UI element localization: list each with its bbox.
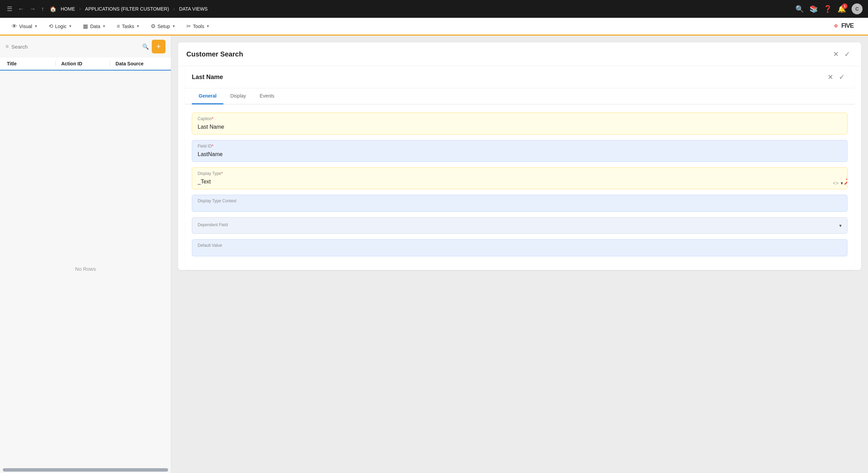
last-name-close-icon[interactable]: ✕	[825, 72, 836, 82]
sidebar-body: No Rows	[0, 71, 171, 467]
logic-arrow: ▼	[69, 24, 72, 28]
home-breadcrumb[interactable]: HOME	[61, 6, 75, 12]
field-id-label: Field ID*	[192, 140, 847, 150]
sidebar-search-bar: ≡ 🔍 +	[0, 36, 171, 57]
tabs-row: General Display Events	[185, 88, 854, 104]
user-avatar[interactable]: C	[852, 3, 863, 14]
dependent-field-label: Dependent Field	[198, 222, 828, 227]
search-icon[interactable]: 🔍	[142, 43, 149, 50]
five-logo: ⟡ FIVE	[834, 21, 861, 31]
last-name-header: Last Name ✕ ✓	[185, 66, 854, 88]
customer-search-check-icon[interactable]: ✓	[842, 49, 853, 60]
default-value-field[interactable]: Default Value	[192, 239, 847, 256]
col-data-source: Data Source	[110, 61, 164, 66]
display-type-value: _Text	[192, 177, 833, 189]
no-rows-label: No Rows	[75, 266, 96, 272]
last-name-check-icon[interactable]: ✓	[836, 72, 847, 82]
customer-search-close-icon[interactable]: ✕	[830, 49, 842, 60]
caption-label: Caption*	[192, 113, 847, 123]
filter-icon[interactable]: ≡	[5, 43, 9, 50]
top-navigation: ☰ ← → ↑ 🏠 HOME › APPLICATIONS (FILTER CU…	[0, 0, 868, 18]
back-icon[interactable]: ←	[16, 4, 25, 14]
notification-bell[interactable]: 🔔 1	[838, 5, 846, 13]
default-value-label: Default Value	[192, 240, 847, 249]
menu-logic-label: Logic	[55, 24, 66, 29]
display-type-context-label: Display Type Context	[192, 195, 847, 205]
menu-tools[interactable]: ✂ Tools ▼	[182, 21, 214, 31]
customer-search-header: Customer Search ✕ ✓	[178, 42, 861, 66]
svg-text:⟡: ⟡	[834, 22, 838, 29]
menu-data[interactable]: ▦ Data ▼	[78, 21, 110, 31]
caption-value: Last Name	[192, 123, 847, 134]
col-title: Title	[7, 61, 55, 66]
col-action-id: Action ID	[55, 61, 110, 66]
tasks-icon: ≡	[117, 23, 120, 29]
menu-bar: 👁 Visual ▼ ⟲ Logic ▼ ▦ Data ▼ ≡ Tasks ▼ …	[0, 18, 868, 36]
tab-events[interactable]: Events	[253, 88, 281, 104]
nav-right-actions: 🔍 📚 ❓ 🔔 1 C	[795, 3, 863, 14]
last-name-title: Last Name	[192, 74, 825, 81]
customer-search-title: Customer Search	[186, 50, 830, 58]
display-type-context-value	[192, 205, 847, 212]
menu-tasks[interactable]: ≡ Tasks ▼	[112, 21, 145, 31]
up-icon[interactable]: ↑	[40, 4, 46, 14]
dependent-field-chevron[interactable]: ▾	[839, 223, 842, 228]
data-arrow: ▼	[102, 24, 106, 28]
display-type-icons: <> ▾	[833, 180, 847, 186]
chevron-down-icon[interactable]: ▾	[841, 180, 843, 186]
dataviews-breadcrumb[interactable]: DATA VIEWS	[179, 6, 208, 12]
setup-icon: ⚙	[151, 23, 156, 29]
notification-count: 1	[842, 3, 847, 9]
search-input[interactable]	[11, 44, 139, 50]
support-icon[interactable]: 🔍	[795, 5, 804, 13]
display-type-field[interactable]: Display Type* _Text <> ▾	[192, 167, 847, 189]
app-breadcrumb[interactable]: APPLICATIONS (FILTER CUSTOMER)	[85, 6, 169, 12]
logic-icon: ⟲	[49, 23, 53, 29]
add-button[interactable]: +	[152, 40, 165, 53]
tab-general[interactable]: General	[192, 88, 223, 104]
tab-display[interactable]: Display	[223, 88, 253, 104]
help-icon[interactable]: ❓	[823, 5, 832, 13]
right-panel: Customer Search ✕ ✓ Last Name ✕ ✓ Genera…	[171, 36, 868, 473]
tools-icon: ✂	[186, 23, 191, 29]
svg-text:FIVE: FIVE	[841, 22, 854, 29]
visual-arrow: ▼	[34, 24, 38, 28]
left-sidebar: ≡ 🔍 + Title Action ID Data Source No Row…	[0, 36, 171, 473]
tasks-arrow: ▼	[136, 24, 140, 28]
forward-icon[interactable]: →	[28, 4, 37, 14]
menu-data-label: Data	[90, 24, 100, 29]
menu-setup-label: Setup	[158, 24, 170, 29]
form-body: Caption* Last Name Field ID* LastName	[185, 104, 854, 270]
code-icon[interactable]: <>	[833, 180, 839, 186]
menu-visual-label: Visual	[19, 24, 32, 29]
tools-arrow: ▼	[206, 24, 210, 28]
field-id-value: LastName	[192, 150, 847, 162]
menu-visual[interactable]: 👁 Visual ▼	[7, 21, 42, 31]
last-name-card: Last Name ✕ ✓ General Display Events	[185, 66, 854, 270]
red-arrow-indicator	[842, 176, 847, 187]
hamburger-icon[interactable]: ☰	[5, 4, 14, 14]
visual-icon: 👁	[12, 23, 17, 29]
sidebar-table-header: Title Action ID Data Source	[0, 57, 171, 71]
display-type-context-field[interactable]: Display Type Context	[192, 195, 847, 212]
dependent-field-field[interactable]: Dependent Field ▾	[192, 217, 847, 234]
customer-search-card: Customer Search ✕ ✓ Last Name ✕ ✓ Genera…	[178, 42, 861, 270]
sidebar-scrollbar[interactable]	[3, 468, 168, 472]
library-icon[interactable]: 📚	[809, 5, 818, 13]
menu-setup[interactable]: ⚙ Setup ▼	[146, 21, 181, 31]
menu-logic[interactable]: ⟲ Logic ▼	[44, 21, 77, 31]
display-type-label: Display Type*	[192, 168, 847, 177]
data-icon: ▦	[83, 23, 88, 29]
dependent-field-row: Dependent Field ▾	[192, 218, 847, 233]
field-id-field[interactable]: Field ID* LastName	[192, 140, 847, 162]
setup-arrow: ▼	[172, 24, 175, 28]
menu-tools-label: Tools	[193, 24, 204, 29]
default-value-value	[192, 249, 847, 256]
main-layout: ≡ 🔍 + Title Action ID Data Source No Row…	[0, 36, 868, 473]
display-type-row: _Text <> ▾	[192, 177, 847, 189]
menu-tasks-label: Tasks	[122, 24, 134, 29]
caption-field[interactable]: Caption* Last Name	[192, 113, 847, 135]
